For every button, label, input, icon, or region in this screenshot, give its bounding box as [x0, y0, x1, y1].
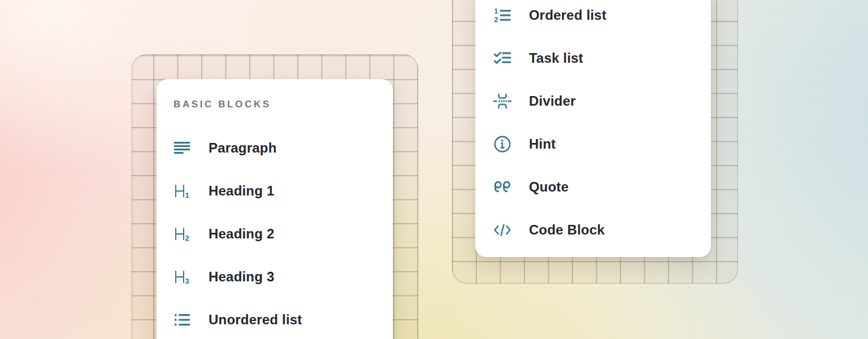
menu-item-heading-3[interactable]: 3 Heading 3 [172, 255, 381, 298]
task-list-icon [493, 49, 512, 68]
menu-item-code-block[interactable]: Code Block [493, 208, 700, 251]
menu-item-hint[interactable]: Hint [493, 123, 700, 166]
paragraph-icon [172, 138, 192, 158]
menu-item-label: Unordered list [209, 312, 302, 328]
menu-item-label: Divider [529, 93, 576, 109]
menu-item-divider[interactable]: Divider [493, 80, 700, 123]
heading-1-icon: 1 [172, 181, 192, 201]
menu-item-heading-1[interactable]: 1 Heading 1 [172, 169, 381, 212]
menu-item-paragraph[interactable]: Paragraph [172, 127, 381, 169]
menu-item-task-list[interactable]: Task list [493, 37, 700, 80]
menu-item-label: Heading 3 [209, 269, 275, 285]
menu-item-label: Code Block [529, 222, 605, 238]
menu-item-ordered-list[interactable]: 1 2 Ordered list [493, 0, 700, 37]
menu-item-label: Ordered list [529, 7, 606, 23]
menu-item-quote[interactable]: Quote [493, 166, 700, 208]
page-background: BASIC BLOCKS Paragraph 1 Heading 1 [0, 0, 868, 339]
block-menu-basic: BASIC BLOCKS Paragraph 1 Heading 1 [157, 79, 393, 339]
block-menu-extended: 1 2 Ordered list Task list [475, 0, 711, 257]
menu-item-label: Hint [529, 136, 555, 152]
divider-icon [493, 92, 512, 111]
unordered-list-icon [172, 310, 192, 329]
hint-icon [493, 134, 512, 154]
section-label: BASIC BLOCKS [173, 98, 381, 111]
menu-item-label: Paragraph [209, 140, 277, 156]
svg-text:2: 2 [494, 16, 498, 24]
heading-2-icon: 2 [172, 224, 192, 244]
menu-item-label: Heading 2 [209, 226, 275, 242]
menu-item-heading-2[interactable]: 2 Heading 2 [172, 212, 381, 255]
svg-text:1: 1 [494, 7, 498, 15]
menu-item-label: Task list [529, 50, 583, 66]
svg-text:2: 2 [185, 234, 190, 242]
heading-3-icon: 3 [172, 267, 192, 286]
svg-text:1: 1 [185, 191, 190, 199]
menu-item-label: Quote [529, 179, 568, 195]
quote-icon [493, 177, 512, 197]
menu-item-unordered-list[interactable]: Unordered list [172, 298, 381, 339]
menu-item-label: Heading 1 [209, 183, 275, 199]
ordered-list-icon: 1 2 [493, 6, 512, 25]
svg-text:3: 3 [185, 277, 190, 285]
code-block-icon [493, 220, 512, 240]
